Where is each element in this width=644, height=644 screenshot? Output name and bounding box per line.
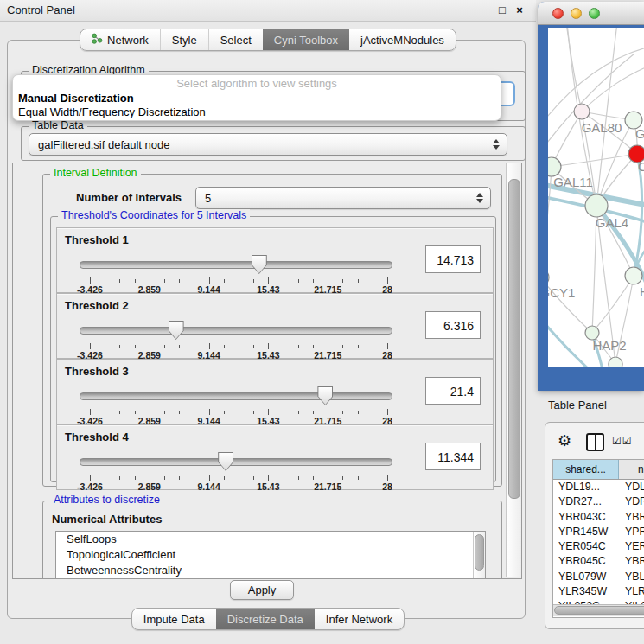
threshold-1-slider-thumb[interactable] <box>252 255 267 274</box>
settings-scrollbar[interactable] <box>506 163 521 577</box>
network-node-label: GCY1 <box>548 285 575 300</box>
threshold-2-slider-thumb[interactable] <box>169 321 184 340</box>
network-node[interactable] <box>609 357 622 367</box>
tab-discretize-data[interactable]: Discretize Data <box>216 609 315 629</box>
close-icon[interactable]: × <box>513 3 526 17</box>
network-edge-highlighted[interactable] <box>548 313 590 367</box>
threshold-2-slider-track[interactable] <box>80 327 392 335</box>
network-icon <box>92 33 103 47</box>
threshold-1-slider-track[interactable] <box>80 261 392 269</box>
slider-tick <box>358 279 359 283</box>
cell-shared-name[interactable]: YDL19... <box>553 480 619 494</box>
cell-shared-name[interactable]: YDR27... <box>553 494 619 509</box>
zoom-traffic-light-icon[interactable] <box>589 8 600 19</box>
table-row[interactable]: YBL079WYBL0 <box>553 570 644 584</box>
slider-tick <box>209 475 210 481</box>
cell-name[interactable]: YDR2 <box>619 494 644 509</box>
cell-name[interactable]: YDL1 <box>619 480 644 494</box>
network-canvas[interactable]: GAL80GACGAL11GAL4GCY1HHAP2 <box>548 28 644 367</box>
number-of-intervals-combobox[interactable]: 5 <box>195 187 491 209</box>
cell-shared-name[interactable]: YBR043C <box>553 510 619 525</box>
slider-tick <box>150 343 150 349</box>
slider-tick <box>224 345 225 348</box>
table-row[interactable]: YPR145WYPR1 <box>553 525 644 539</box>
numerical-attributes-list[interactable]: SelfLoopsTopologicalCoefficientBetweenne… <box>55 531 486 579</box>
slider-tick <box>298 476 299 480</box>
tab-style[interactable]: Style <box>160 29 208 50</box>
split-columns-icon[interactable] <box>586 433 604 451</box>
column-header-shared-name[interactable]: shared... <box>553 460 619 479</box>
tab-infer-network[interactable]: Infer Network <box>315 609 404 629</box>
threshold-2-value-field[interactable]: 6.316 <box>425 311 481 339</box>
table-row[interactable]: YBR043CYBR0 <box>553 510 644 525</box>
gear-icon[interactable]: ⚙ <box>558 431 571 450</box>
attribute-list-item[interactable]: TopologicalCoefficient <box>56 547 485 563</box>
slider-tick <box>387 277 388 284</box>
tab-network[interactable]: Network <box>80 29 160 50</box>
cell-shared-name[interactable]: YLR345W <box>553 584 619 599</box>
apply-button[interactable]: Apply <box>230 580 294 600</box>
cell-name[interactable]: YBR0 <box>619 554 644 569</box>
tab-jactivemnodules[interactable]: jActiveMNodules <box>349 29 456 50</box>
column-header-name[interactable]: n <box>619 460 644 479</box>
cell-name[interactable]: YBR0 <box>619 510 644 525</box>
slider-tick <box>342 279 343 283</box>
table-row[interactable]: YDR27...YDR2 <box>553 494 644 509</box>
cell-name[interactable]: YBL0 <box>619 570 644 584</box>
algorithm-option-equal-width[interactable]: Equal Width/Frequency Discretization <box>18 105 206 118</box>
table-row[interactable]: YBR045CYBR0 <box>553 554 644 569</box>
tab-cyni-toolbox[interactable]: Cyni Toolbox <box>263 29 349 50</box>
settings-scrollbar-thumb[interactable] <box>508 179 520 499</box>
table-row[interactable]: YLR345WYLR3 <box>553 584 644 599</box>
threshold-1-value-field[interactable]: 14.713 <box>425 245 481 273</box>
table-horizontal-scrollbar[interactable] <box>553 604 644 616</box>
network-edge[interactable] <box>592 276 634 333</box>
float-window-icon[interactable]: □ <box>495 3 509 17</box>
cell-shared-name[interactable]: YBR045C <box>553 554 619 569</box>
threshold-3-slider-thumb[interactable] <box>317 386 333 405</box>
network-node-label: GAL11 <box>553 175 593 189</box>
table-horizontal-scrollbar-thumb[interactable] <box>554 606 644 615</box>
table-row[interactable]: YDL19...YDL1 <box>553 480 644 494</box>
threshold-4-slider-thumb[interactable] <box>218 452 233 471</box>
network-node[interactable] <box>625 267 642 284</box>
algorithm-option-manual[interactable]: Manual Discretization <box>18 92 134 105</box>
cell-name[interactable]: YPR1 <box>619 525 644 539</box>
slider-tick <box>209 343 210 349</box>
attributes-list-scrollbar[interactable] <box>473 532 485 579</box>
algorithm-popup-hint[interactable]: Select algorithm to view settings <box>13 77 501 90</box>
cell-name[interactable]: YER0 <box>619 539 644 554</box>
slider-tick-label: 15.43 <box>257 481 279 492</box>
network-node[interactable] <box>548 269 549 286</box>
slider-tick <box>119 279 120 283</box>
attribute-list-item[interactable]: BetweennessCentrality <box>56 563 485 578</box>
network-edge[interactable] <box>566 28 582 112</box>
node-table: shared... n YDL19...YDL1YDR27...YDR2YBR0… <box>552 459 644 618</box>
cell-shared-name[interactable]: YPR145W <box>553 525 619 539</box>
cell-name[interactable]: YLR3 <box>619 584 644 599</box>
network-edge[interactable] <box>552 154 637 167</box>
control-panel-titlebar: Control Panel □ × <box>0 0 536 22</box>
network-node[interactable] <box>548 157 561 176</box>
threshold-4-value-field[interactable]: 11.344 <box>425 443 481 470</box>
attribute-list-item[interactable]: SelfLoops <box>56 532 485 547</box>
cell-shared-name[interactable]: YER054C <box>553 539 619 554</box>
table-data-combobox[interactable]: galFiltered.sif default node <box>29 133 507 156</box>
minimize-traffic-light-icon[interactable] <box>571 8 582 19</box>
cell-shared-name[interactable]: YBL079W <box>553 570 619 584</box>
threshold-3-value-field[interactable]: 21.4 <box>425 377 481 405</box>
slider-tick <box>105 345 105 348</box>
table-row[interactable]: YER054CYER0 <box>553 539 644 554</box>
select-columns-icon[interactable]: ☑☑ <box>612 435 633 447</box>
attributes-list-scrollbar-thumb[interactable] <box>475 534 484 571</box>
threshold-4-slider-track[interactable] <box>80 458 392 466</box>
close-traffic-light-icon[interactable] <box>552 8 564 19</box>
network-node[interactable] <box>585 194 608 217</box>
tab-impute-data[interactable]: Impute Data <box>132 609 216 629</box>
tab-select[interactable]: Select <box>208 29 263 50</box>
slider-tick <box>313 279 314 283</box>
threshold-3-slider-track[interactable] <box>80 392 392 400</box>
network-node-label: GA <box>635 126 644 141</box>
network-edge[interactable] <box>548 54 634 157</box>
network-node[interactable] <box>574 104 590 119</box>
